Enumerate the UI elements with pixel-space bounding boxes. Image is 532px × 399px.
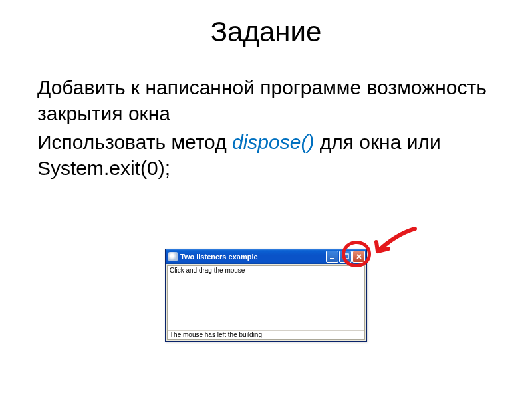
java-icon bbox=[168, 252, 178, 261]
client-bottom-text: The mouse has left the building bbox=[168, 330, 364, 339]
method-name: dispose() bbox=[232, 131, 314, 153]
svg-rect-1 bbox=[343, 254, 348, 259]
minimize-button[interactable] bbox=[326, 251, 338, 263]
titlebar[interactable]: Two listeners example bbox=[166, 249, 366, 264]
slide-title: Задание bbox=[0, 16, 532, 48]
annotation-arrow bbox=[370, 225, 423, 265]
paragraph-2: Использовать метод dispose() для окна ил… bbox=[37, 129, 495, 181]
client-top-text: Click and drag the mouse bbox=[168, 266, 364, 275]
para2-prefix: Использовать метод bbox=[37, 131, 232, 153]
example-window: Two listeners example Click and drag the… bbox=[165, 249, 367, 342]
window-title: Two listeners example bbox=[180, 253, 326, 261]
slide-content: Добавить к написанной программе возможно… bbox=[0, 74, 532, 181]
close-button[interactable] bbox=[352, 251, 365, 263]
paragraph-1: Добавить к написанной программе возможно… bbox=[37, 74, 495, 126]
client-middle bbox=[168, 275, 364, 330]
client-area: Click and drag the mouse The mouse has l… bbox=[167, 265, 365, 340]
maximize-button[interactable] bbox=[339, 251, 352, 263]
svg-rect-0 bbox=[330, 258, 334, 259]
